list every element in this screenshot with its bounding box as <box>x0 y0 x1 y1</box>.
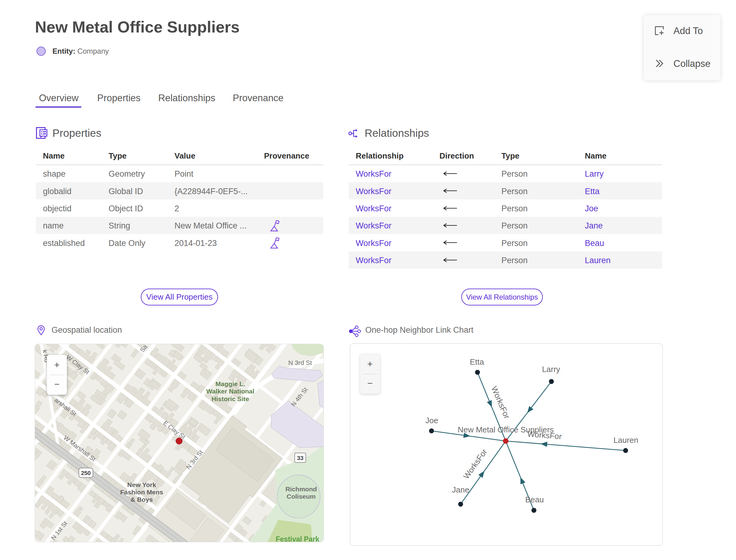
svg-text:WorksFor: WorksFor <box>527 429 562 441</box>
svg-text:Coliseum: Coliseum <box>287 493 316 500</box>
svg-text:WorksFor: WorksFor <box>462 447 489 481</box>
svg-text:Walker National: Walker National <box>206 388 255 395</box>
svg-text:Festival Park: Festival Park <box>276 535 319 542</box>
svg-text:& Boys: & Boys <box>131 496 153 503</box>
svg-text:Fashion Mens: Fashion Mens <box>120 489 163 496</box>
svg-text:Maggie L.: Maggie L. <box>216 380 245 387</box>
svg-text:N 3rd St: N 3rd St <box>288 359 312 366</box>
svg-text:Historic Site: Historic Site <box>212 395 249 402</box>
svg-text:Larry: Larry <box>542 365 560 374</box>
svg-text:WorksFor: WorksFor <box>489 385 512 420</box>
svg-text:Beau: Beau <box>525 495 544 504</box>
svg-text:New York: New York <box>127 481 156 488</box>
svg-text:Lauren: Lauren <box>614 435 638 445</box>
svg-text:250: 250 <box>81 470 91 476</box>
svg-text:Richmond: Richmond <box>286 485 317 493</box>
svg-text:33: 33 <box>297 455 303 461</box>
svg-text:Etta: Etta <box>470 357 484 366</box>
svg-text:Jane: Jane <box>452 485 469 494</box>
svg-text:Joe: Joe <box>425 416 438 425</box>
